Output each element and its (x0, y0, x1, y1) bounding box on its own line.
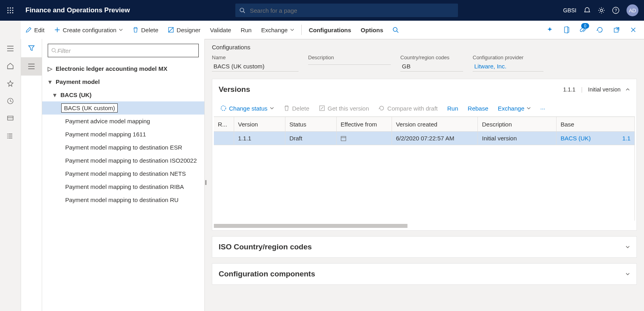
col-version[interactable]: Version (234, 117, 285, 132)
global-search[interactable] (235, 4, 458, 17)
list-icon (7, 132, 14, 140)
region-label: Country/region codes (400, 54, 463, 60)
cell-desc[interactable]: Initial version (478, 132, 557, 145)
help-icon[interactable]: ? (612, 7, 619, 14)
attachments-button[interactable]: 0 (576, 21, 591, 39)
cell-effective[interactable] (336, 132, 392, 145)
chevron-down-icon (625, 245, 630, 249)
caret-right-icon: ▷ (45, 65, 56, 72)
tree-node-bacs-uk[interactable]: ▾BACS (UK) (42, 88, 204, 101)
svg-point-22 (7, 138, 8, 138)
iso-panel-header[interactable]: ISO Country/region codes (212, 237, 636, 257)
provider-field[interactable]: Litware, Inc. (473, 61, 543, 72)
exchange-button[interactable]: Exchange (256, 21, 299, 39)
refresh-button[interactable] (592, 21, 607, 39)
nav-workspaces[interactable] (0, 110, 21, 127)
tree-node-payment-model[interactable]: ▾Payment model (42, 75, 204, 88)
grid-scrollbar[interactable] (214, 222, 635, 229)
tree-label: Payment model mapping to destination RU (65, 196, 178, 203)
avatar[interactable]: AD (627, 4, 638, 16)
create-configuration-button[interactable]: Create configuration (49, 21, 128, 39)
configurations-tab[interactable]: Configurations (304, 21, 356, 39)
col-r[interactable]: R... (214, 117, 234, 132)
run-button[interactable]: Run (236, 21, 256, 39)
col-status[interactable]: Status (285, 117, 336, 132)
tree-node-mapping-iso[interactable]: Payment model mapping to destination ISO… (42, 154, 204, 167)
svg-point-11 (600, 9, 603, 12)
edit-button[interactable]: Edit (21, 21, 49, 39)
settings-icon[interactable] (598, 7, 605, 14)
nav-modules[interactable] (0, 127, 21, 145)
versions-grid[interactable]: R... Version Status Effective from Versi… (214, 117, 635, 221)
nav-home[interactable] (0, 57, 21, 75)
tree-node-mapping-nets[interactable]: Payment model mapping to destination NET… (42, 167, 204, 180)
popout-button[interactable] (609, 21, 624, 39)
cell-created[interactable]: 6/2/2020 07:22:57 AM (392, 132, 478, 145)
tree-label: Payment model mapping to destination NET… (65, 170, 186, 177)
find-button[interactable] (388, 21, 403, 39)
close-button[interactable] (626, 21, 641, 39)
chevron-down-icon (290, 28, 294, 32)
change-status-label: Change status (229, 105, 268, 112)
star-icon (7, 80, 14, 87)
nav-recent[interactable] (0, 92, 21, 110)
compare-button: Compare with draft (375, 100, 441, 117)
rebase-button[interactable]: Rebase (465, 100, 492, 117)
options-tab[interactable]: Options (356, 21, 388, 39)
home-icon (7, 62, 14, 70)
validate-button[interactable]: Validate (205, 21, 236, 39)
cell-base[interactable]: BACS (UK)1.1 (557, 132, 635, 145)
trash-icon (283, 105, 290, 111)
company-code[interactable]: GBSI (563, 7, 576, 14)
tree-node-mapping-esr[interactable]: Payment model mapping to destination ESR (42, 141, 204, 154)
tree-node-bacs-uk-custom[interactable]: BACS (UK custom) (42, 101, 204, 115)
version-run-button[interactable]: Run (444, 100, 462, 117)
designer-button[interactable]: Designer (163, 21, 205, 39)
lines-view-toggle[interactable] (21, 57, 42, 76)
chevron-down-icon (625, 272, 630, 276)
col-effective[interactable]: Effective from (336, 117, 392, 132)
col-desc[interactable]: Description (478, 117, 557, 132)
tree-node-mapping-1611[interactable]: Payment model mapping 1611 (42, 128, 204, 141)
splitter-handle[interactable]: ▌ (205, 174, 208, 190)
version-exchange-button[interactable]: Exchange (495, 100, 534, 117)
nav-favorites[interactable] (0, 75, 21, 92)
filter-pane-toggle[interactable] (21, 39, 42, 57)
office-button[interactable] (559, 21, 574, 39)
cell-version[interactable]: 1.1.1 (234, 132, 285, 145)
components-panel-header[interactable]: Configuration components (212, 264, 636, 284)
tree-filter-input[interactable] (56, 47, 195, 54)
region-field[interactable]: GB (400, 61, 463, 72)
table-row[interactable]: 1.1.1 Draft 6/2/2020 07:22:57 AM Initial… (214, 132, 635, 145)
tree-node-mapping-ru[interactable]: Payment model mapping to destination RU (42, 193, 204, 206)
version-run-label: Run (447, 105, 458, 112)
svg-point-25 (221, 106, 226, 111)
page-title: Configurations (212, 44, 637, 51)
col-base[interactable]: Base (557, 117, 635, 132)
caret-down-icon: ▾ (49, 91, 60, 99)
attachments-badge: 0 (581, 23, 589, 29)
svg-point-20 (7, 134, 8, 134)
notifications-icon[interactable] (584, 7, 591, 14)
cell-status[interactable]: Draft (285, 132, 336, 145)
nav-hamburger[interactable] (0, 40, 21, 57)
search-input[interactable] (249, 7, 458, 14)
office-icon (563, 26, 570, 33)
options-label: Options (361, 27, 383, 33)
svg-point-21 (7, 136, 8, 136)
delete-button[interactable]: Delete (128, 21, 163, 39)
more-button[interactable]: ··· (537, 100, 549, 117)
tree-filter[interactable] (48, 44, 199, 57)
tree-node-mapping-riba[interactable]: Payment model mapping to destination RIB… (42, 180, 204, 193)
col-created[interactable]: Version created (392, 117, 478, 132)
chevron-down-icon (270, 106, 274, 110)
tree-node-payment-advice[interactable]: Payment advice model mapping (42, 115, 204, 128)
app-launcher[interactable] (0, 7, 21, 14)
tree-node-electronic-ledger[interactable]: ▷Electronic ledger accounting model MX (42, 62, 204, 75)
description-field[interactable] (308, 61, 391, 65)
name-field[interactable]: BACS (UK custom) (212, 61, 299, 72)
versions-header[interactable]: Versions 1.1.1 | Initial version (212, 79, 636, 100)
close-icon (630, 27, 636, 33)
change-status-button[interactable]: Change status (217, 100, 277, 117)
copilot-button[interactable] (542, 21, 557, 39)
